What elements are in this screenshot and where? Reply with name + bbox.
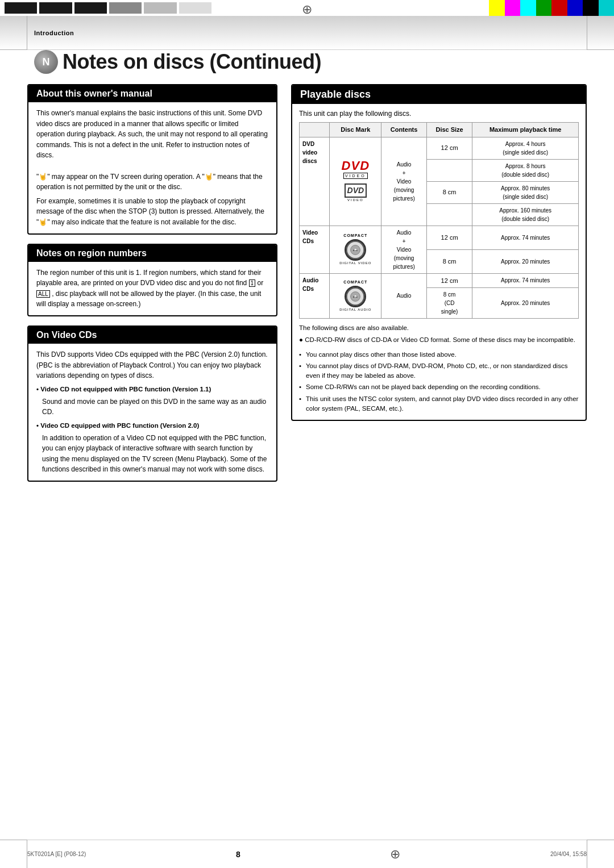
following-note: The following discs are also available.: [299, 323, 579, 333]
region-numbers-section: Notes on region numbers The region numbe…: [27, 244, 277, 316]
video-cd-sub1: • Video CD not equipped with PBC functio…: [36, 385, 268, 418]
left-column: About this owner's manual This owner's m…: [27, 84, 277, 834]
video-cds-section: On Video CDs This DVD supports Video CDs…: [27, 326, 277, 482]
table-row-dvd: DVDvideodiscs DVD VIDEO DVD VIDEO: [300, 137, 579, 159]
footer-center: 8: [236, 850, 240, 859]
page-title-section: N Notes on discs (Continued): [34, 50, 321, 74]
acd-disc-svg: disc: [346, 286, 364, 307]
playable-bullets: You cannot play discs other than those l…: [299, 350, 579, 414]
about-manual-section: About this owner's manual This owner's m…: [27, 84, 277, 235]
bottom-left-border: [0, 840, 27, 868]
about-manual-note2: For example, sometimes it is unable to s…: [36, 196, 268, 228]
footer-right: 20/4/04, 15:58: [550, 851, 587, 857]
region-numbers-header: Notes on region numbers: [28, 245, 276, 262]
playable-intro: This unit can play the following discs.: [299, 108, 579, 119]
dvd-row-header: DVDvideodiscs: [300, 137, 330, 226]
bottom-crosshair-left: ⊕: [390, 847, 400, 862]
video-cds-body: This DVD supports Video CDs equipped wit…: [28, 344, 276, 481]
acd-size-8: 8 cm(CDsingle): [426, 288, 472, 319]
vcd-disc-shape: disc: [345, 239, 366, 261]
vcd-time-12: Approx. 74 minutes: [472, 226, 579, 249]
dvd-logo-small-wrap: DVD VIDEO: [333, 183, 378, 203]
cd-rw-note: ● CD-R/CD-RW discs of CD-DA or Video CD …: [299, 335, 579, 345]
dvd-logo-small: DVD VIDEO: [333, 183, 378, 203]
vcd-contents: Audio+Video(movingpictures): [381, 226, 427, 273]
table-row-vcd-1: VideoCDs COMPACT di: [300, 226, 579, 249]
playable-discs-body: This unit can play the following discs. …: [292, 104, 586, 420]
about-manual-body: This owner's manual explains the basic i…: [28, 102, 276, 233]
playable-discs-header: Playable discs: [292, 85, 586, 104]
dvd-time-8-1: Approx. 80 minutes(single sided disc): [472, 181, 579, 203]
region-numbers-text: The region number of this unit is 1. If …: [36, 268, 268, 310]
bullet-1: You cannot play discs other than those l…: [299, 350, 579, 360]
col-header-empty: [300, 123, 330, 137]
vcd-size-8: 8 cm: [426, 249, 472, 273]
vcd-row-header: VideoCDs: [300, 226, 330, 273]
dvd-size-8-empty: [426, 203, 472, 226]
footer-left: 5KT0201A [E] (P08-12): [27, 851, 86, 857]
sub2-body: In addition to operation of a Video CD n…: [42, 433, 268, 475]
top-left-border: [0, 16, 27, 50]
about-manual-header: About this owner's manual: [28, 85, 276, 102]
vcd-time-8: Approx. 20 minutes: [472, 249, 579, 273]
svg-text:disc: disc: [353, 248, 358, 251]
dvd-time-12-1: Approx. 4 hours(single sided disc): [472, 137, 579, 159]
section-label: Introduction: [34, 30, 74, 36]
dvd-disc-mark: DVD VIDEO DVD VIDEO: [330, 137, 381, 226]
dvd-size-empty: [426, 159, 472, 181]
main-content: About this owner's manual This owner's m…: [27, 84, 587, 834]
table-row-acd-1: AudioCDs COMPACT di: [300, 273, 579, 288]
dvd-time-8-2: Approx. 160 minutes(double sided disc): [472, 203, 579, 226]
video-cds-header: On Video CDs: [28, 327, 276, 344]
vcd-disc-svg: disc: [346, 239, 364, 261]
acd-disc-shape: disc: [345, 286, 366, 307]
col-header-disc-size: Disc Size: [426, 123, 472, 137]
top-right-border: [587, 16, 614, 50]
col-header-max-time: Maximum playback time: [472, 123, 579, 137]
acd-disc-mark: COMPACT disc: [330, 273, 381, 319]
dvd-size-12: 12 cm: [426, 137, 472, 159]
top-crosshair: ⊕: [302, 2, 312, 17]
dvd-logo-big: DVD VIDEO: [333, 160, 378, 179]
region-numbers-body: The region number of this unit is 1. If …: [28, 262, 276, 315]
vcd-size-12: 12 cm: [426, 226, 472, 249]
dvd-contents: Audio+Video(movingpictures): [381, 137, 427, 226]
disc-table: Disc Mark Contents Disc Size Maximum pla…: [299, 122, 579, 319]
page-number: 8: [236, 850, 240, 859]
dvd-size-8: 8 cm: [426, 181, 472, 203]
acd-contents: Audio: [381, 273, 427, 319]
top-color-bar: [489, 0, 614, 16]
bullet-3: Some CD-R/RWs can not be played back dep…: [299, 382, 579, 392]
header-section: Introduction: [0, 16, 614, 50]
svg-text:disc: disc: [353, 295, 358, 298]
bullet-4: This unit uses the NTSC color system, an…: [299, 394, 579, 414]
acd-row-header: AudioCDs: [300, 273, 330, 319]
bottom-right-border: [587, 840, 614, 868]
playable-discs-section: Playable discs This unit can play the fo…: [291, 84, 587, 421]
bottom-bar: 5KT0201A [E] (P08-12) 8 ⊕ 20/4/04, 15:58: [0, 840, 614, 868]
sub2-title: • Video CD equipped with PBC function (V…: [36, 421, 268, 431]
about-manual-text: This owner's manual explains the basic i…: [36, 108, 268, 161]
acd-size-12: 12 cm: [426, 273, 472, 288]
video-cd-sub2: • Video CD equipped with PBC function (V…: [36, 421, 268, 475]
acd-time-12: Approx. 74 minutes: [472, 273, 579, 288]
bullet-2: You cannot play discs of DVD-RAM, DVD-RO…: [299, 361, 579, 381]
vcd-logo: COMPACT disc: [333, 233, 378, 266]
dvd-time-12-2: Approx. 8 hours(double sided disc): [472, 159, 579, 181]
acd-logo: COMPACT disc: [333, 279, 378, 312]
vcd-disc-mark: COMPACT disc: [330, 226, 381, 273]
title-icon: N: [34, 50, 58, 74]
acd-time-8: Approx. 20 minutes: [472, 288, 579, 319]
top-bar-left: [0, 0, 216, 16]
following-discs: The following discs are also available. …: [299, 323, 579, 345]
right-column: Playable discs This unit can play the fo…: [291, 84, 587, 834]
col-header-disc-mark: Disc Mark: [330, 123, 381, 137]
sub1-title: • Video CD not equipped with PBC functio…: [36, 385, 268, 395]
col-header-contents: Contents: [381, 123, 427, 137]
page-title: Notes on discs (Continued): [63, 50, 321, 74]
about-manual-note1: "🤘" may appear on the TV screen during o…: [36, 172, 268, 193]
sub1-body: Sound and movie can be played on this DV…: [42, 397, 268, 418]
video-cds-intro: This DVD supports Video CDs equipped wit…: [36, 349, 268, 381]
